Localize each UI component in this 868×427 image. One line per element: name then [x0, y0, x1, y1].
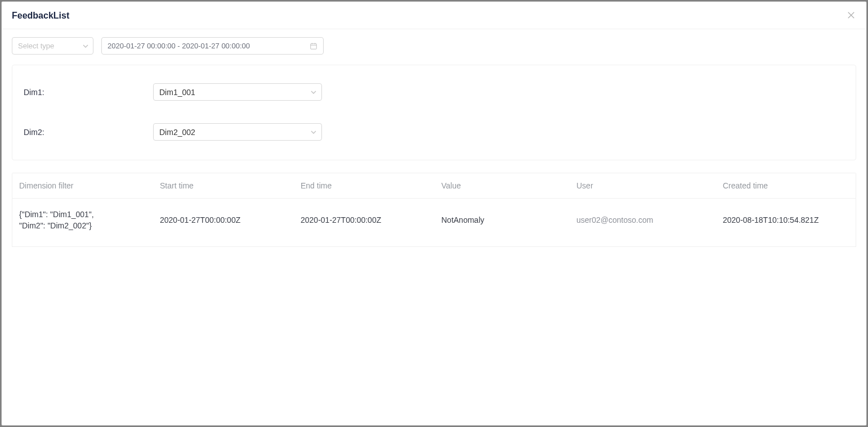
th-start-time: Start time	[153, 173, 294, 199]
date-range-input[interactable]: 2020-01-27 00:00:00 - 2020-01-27 00:00:0…	[101, 37, 324, 55]
dimfilter-line2: "Dim2": "Dim2_002"}	[19, 220, 146, 231]
dimfilter-line1: {"Dim1": "Dim1_001",	[19, 209, 146, 220]
type-select-placeholder: Select type	[18, 42, 54, 50]
close-button[interactable]	[846, 11, 856, 21]
dim2-row: Dim2: Dim2_002	[24, 123, 844, 141]
type-select[interactable]: Select type	[12, 37, 93, 55]
modal-body: Select type 2020-01-27 00:00:00 - 2020-0…	[2, 29, 866, 425]
svg-rect-2	[311, 43, 317, 49]
cell-start-time: 2020-01-27T00:00:00Z	[153, 199, 294, 247]
table-header-row: Dimension filter Start time End time Val…	[12, 173, 856, 199]
close-icon	[847, 11, 855, 21]
th-dimension-filter: Dimension filter	[12, 173, 153, 199]
date-range-text: 2020-01-27 00:00:00 - 2020-01-27 00:00:0…	[108, 42, 250, 50]
feedback-table-wrap: Dimension filter Start time End time Val…	[12, 173, 856, 247]
dimension-panel: Dim1: Dim1_001 Dim2: Dim2_002	[12, 65, 856, 160]
dim1-select[interactable]: Dim1_001	[153, 83, 322, 101]
modal-title: FeedbackList	[12, 11, 69, 21]
cell-user: user02@contoso.com	[570, 199, 716, 247]
dim2-select[interactable]: Dim2_002	[153, 123, 322, 141]
chevron-down-icon	[310, 129, 317, 136]
chevron-down-icon	[310, 89, 317, 96]
top-controls: Select type 2020-01-27 00:00:00 - 2020-0…	[12, 37, 856, 55]
th-end-time: End time	[294, 173, 435, 199]
dim1-value: Dim1_001	[159, 88, 195, 97]
dim2-value: Dim2_002	[159, 128, 195, 137]
modal-header: FeedbackList	[2, 2, 866, 29]
th-created-time: Created time	[716, 173, 856, 199]
th-value: Value	[435, 173, 570, 199]
feedback-table: Dimension filter Start time End time Val…	[12, 173, 856, 247]
cell-value: NotAnomaly	[435, 199, 570, 247]
dim2-label: Dim2:	[24, 128, 153, 137]
calendar-icon	[310, 42, 317, 50]
table-row: {"Dim1": "Dim1_001", "Dim2": "Dim2_002"}…	[12, 199, 856, 247]
cell-created-time: 2020-08-18T10:10:54.821Z	[716, 199, 856, 247]
type-select-wrap: Select type	[12, 37, 93, 55]
dim1-row: Dim1: Dim1_001	[24, 83, 844, 101]
cell-end-time: 2020-01-27T00:00:00Z	[294, 199, 435, 247]
feedbacklist-modal: FeedbackList Select type 2020-01-27 00:0…	[1, 1, 867, 426]
dim1-label: Dim1:	[24, 88, 153, 97]
cell-dimension-filter: {"Dim1": "Dim1_001", "Dim2": "Dim2_002"}	[12, 199, 153, 247]
th-user: User	[570, 173, 716, 199]
